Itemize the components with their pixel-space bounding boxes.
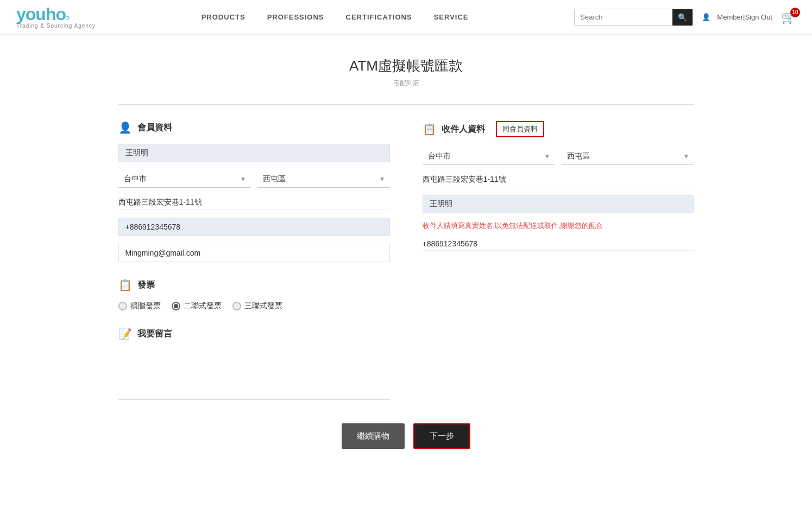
cart-count: 10 [790, 8, 800, 17]
recipient-address: 西屯路三段宏安巷1-11號 [423, 173, 694, 187]
invoice-section-title: 發票 [137, 280, 155, 291]
invoice-radio-two-dot [174, 304, 178, 308]
form-layout: 👤 會員資料 台中市 台北市 ▼ 西屯區 北屯區 [118, 121, 694, 402]
invoice-radio-three [232, 302, 241, 310]
invoice-radio-donate [118, 302, 127, 310]
member-district-select[interactable]: 西屯區 北屯區 [257, 170, 390, 188]
logo-text: youho® [16, 5, 69, 23]
invoice-section-header: 📋 發票 [118, 278, 390, 291]
recipient-name-input[interactable] [423, 195, 694, 213]
recipient-warning: 收件人請填寫真實姓名,以免無法配送或取件,謝謝您的配合 [423, 221, 694, 231]
nav-certifications[interactable]: CERTIFICATIONS [346, 13, 412, 21]
logo-tagline: Trading & Sourcing Agency [16, 23, 96, 29]
comment-icon: 📝 [118, 327, 132, 340]
main-nav: PRODUCTS PROFESSIONS CERTIFICATIONS SERV… [202, 13, 469, 21]
invoice-option-three[interactable]: 三聯式發票 [232, 301, 282, 311]
invoice-donate-label: 損贈發票 [130, 301, 161, 311]
recipient-city-select[interactable]: 台中市 台北市 [423, 147, 555, 165]
member-phone-input[interactable] [118, 218, 390, 236]
recipient-icon: 📋 [423, 123, 436, 136]
member-section-title: 會員資料 [137, 122, 172, 134]
member-address: 西屯路三段宏安巷1-11號 [118, 195, 390, 210]
member-city-select[interactable]: 台中市 台北市 [118, 170, 251, 188]
page-subtitle: 宅配到府 [118, 79, 694, 88]
recipient-district-select[interactable]: 西屯區 北屯區 [562, 147, 694, 165]
member-district-select-wrap: 西屯區 北屯區 ▼ [257, 170, 390, 188]
divider [118, 104, 694, 105]
invoice-option-two[interactable]: 二聯式發票 [172, 301, 222, 311]
member-name-input[interactable] [118, 144, 390, 162]
member-signin[interactable]: 👤 Member|Sign Out [702, 13, 772, 21]
member-phone-field [118, 218, 390, 236]
main-content: ATM虛擬帳號匯款 宅配到府 👤 會員資料 台中市 台北市 ▼ [108, 35, 705, 481]
member-info-section: 👤 會員資料 台中市 台北市 ▼ 西屯區 北屯區 [118, 121, 390, 402]
invoice-icon: 📋 [118, 278, 132, 291]
search-box: 🔍 [574, 9, 693, 26]
invoice-section: 📋 發票 損贈發票 二聯式發票 [118, 278, 390, 311]
button-row: 繼續購物 下一步 [118, 423, 694, 449]
recipient-name-field [423, 195, 694, 213]
member-section-header: 👤 會員資料 [118, 121, 390, 134]
cart-badge[interactable]: 🛒 10 [781, 10, 796, 24]
recipient-city-row: 台中市 台北市 ▼ 西屯區 北屯區 ▼ [423, 147, 694, 165]
next-button[interactable]: 下一步 [413, 423, 470, 449]
recipient-section-header: 📋 收件人資料 同會員資料 [423, 121, 694, 137]
nav-professions[interactable]: PROFESSIONS [267, 13, 324, 21]
recipient-city-select-wrap: 台中市 台北市 ▼ [423, 147, 555, 165]
recipient-section-title: 收件人資料 [442, 124, 485, 135]
invoice-option-donate[interactable]: 損贈發票 [118, 301, 161, 311]
member-label: Member|Sign Out [717, 13, 772, 21]
logo[interactable]: youho® Trading & Sourcing Agency [16, 5, 96, 29]
member-city-row: 台中市 台北市 ▼ 西屯區 北屯區 ▼ [118, 170, 390, 188]
invoice-two-label: 二聯式發票 [184, 301, 222, 311]
header-right: 🔍 👤 Member|Sign Out 🛒 10 [574, 9, 796, 26]
nav-products[interactable]: PRODUCTS [202, 13, 246, 21]
member-email-field [118, 244, 390, 262]
comment-section-header: 📝 我要留言 [118, 327, 390, 340]
recipient-info-section: 📋 收件人資料 同會員資料 台中市 台北市 ▼ 西屯區 北屯區 [423, 121, 694, 402]
invoice-radio-two [172, 302, 180, 310]
member-city-select-wrap: 台中市 台北市 ▼ [118, 170, 251, 188]
recipient-district-select-wrap: 西屯區 北屯區 ▼ [562, 147, 694, 165]
user-icon: 👤 [702, 13, 710, 21]
comment-section-title: 我要留言 [137, 328, 172, 340]
comment-section: 📝 我要留言 [118, 327, 390, 402]
recipient-phone: +886912345678 [423, 237, 694, 251]
comment-textarea[interactable] [118, 357, 390, 400]
continue-shopping-button[interactable]: 繼續購物 [342, 423, 405, 449]
same-member-button[interactable]: 同會員資料 [496, 121, 544, 137]
header: youho® Trading & Sourcing Agency PRODUCT… [0, 0, 812, 35]
invoice-three-label: 三聯式發票 [244, 301, 282, 311]
search-button[interactable]: 🔍 [672, 9, 693, 26]
search-input[interactable] [575, 10, 672, 24]
nav-service[interactable]: SERVICE [434, 13, 469, 21]
member-name-field [118, 144, 390, 162]
member-icon: 👤 [118, 121, 132, 134]
page-title: ATM虛擬帳號匯款 [118, 56, 694, 75]
invoice-radio-group: 損贈發票 二聯式發票 三聯式發票 [118, 301, 390, 311]
member-email-input[interactable] [118, 244, 390, 262]
